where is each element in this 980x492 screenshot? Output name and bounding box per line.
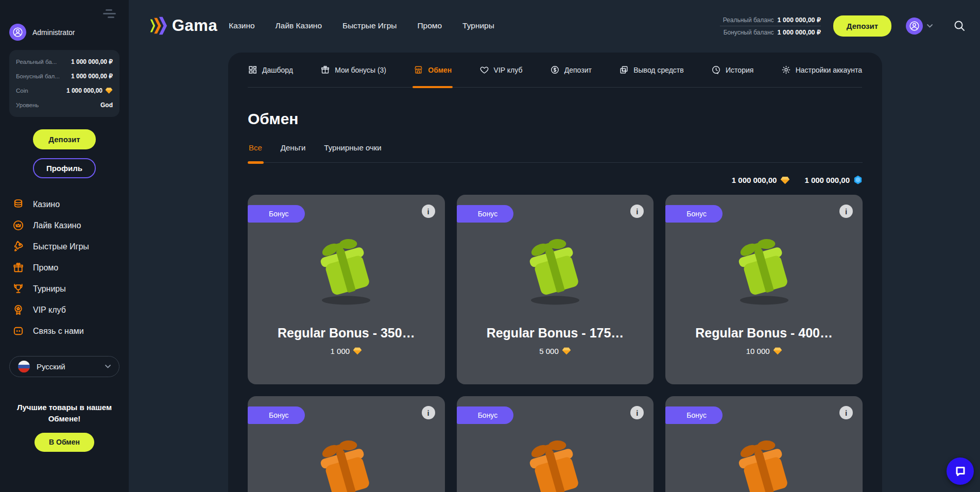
balance-label: Coin — [16, 88, 28, 94]
casino-coins-icon — [12, 198, 24, 210]
sidebar-deposit-button[interactable]: Депозит — [33, 129, 96, 149]
info-icon[interactable]: i — [839, 205, 853, 218]
bonus-card[interactable]: Бонус i Regular Bonus - 175… 5 000 — [457, 195, 654, 384]
sidebar-item-tournaments[interactable]: Турниры — [9, 278, 119, 299]
bonus-badge: Бонус — [457, 406, 514, 424]
balance-value: 1 000 000,00 ₽ — [778, 28, 821, 36]
wallet-points: 1 000 000,00 — [804, 175, 863, 185]
avatar — [906, 18, 923, 35]
tab-label: Дашборд — [262, 66, 293, 74]
balance-value: 1 000 000,00 ₽ — [778, 16, 821, 24]
header-balances: Реальный баланс 1 000 000,00 ₽ Бонусный … — [720, 14, 821, 38]
chat-widget-button[interactable] — [947, 457, 974, 485]
gem-orange-icon — [780, 176, 790, 185]
chat-bubble-icon — [954, 465, 967, 478]
info-icon[interactable]: i — [630, 205, 644, 218]
balance-row-real: Реальный ба... 1 000 000,00 ₽ — [16, 55, 113, 69]
gem-orange-icon — [562, 347, 571, 355]
search-icon[interactable] — [953, 20, 966, 32]
nav-quick-games[interactable]: Быстрые Игры — [342, 21, 397, 30]
bonus-card[interactable]: Бонус i — [665, 396, 863, 492]
nav-tournaments[interactable]: Турниры — [462, 21, 494, 30]
nav-live-casino[interactable]: Лайв Казино — [276, 21, 322, 30]
menu-toggle-icon[interactable] — [103, 7, 116, 20]
bonus-card[interactable]: Бонус i — [248, 396, 445, 492]
sidebar-item-label: VIP клуб — [33, 306, 66, 315]
flag-russia-icon — [18, 361, 30, 372]
bonus-card[interactable]: Бонус i Regular Bonus - 400… 10 000 — [665, 195, 863, 384]
bonus-title: Regular Bonus - 175… — [487, 326, 624, 341]
info-icon[interactable]: i — [630, 406, 644, 419]
info-icon[interactable]: i — [839, 406, 853, 419]
sidebar-item-contact[interactable]: Связь с нами — [9, 320, 119, 342]
filter-tabs: Все Деньги Турнирные очки — [248, 141, 863, 163]
tab-exchange[interactable]: Обмен — [414, 53, 452, 87]
quick-games-rocket-icon — [12, 241, 24, 252]
language-selector[interactable]: Русский — [9, 356, 119, 377]
gift-image — [307, 232, 385, 309]
gem-orange-icon — [353, 347, 362, 355]
bonus-badge: Бонус — [248, 205, 305, 223]
account-tabs: Дашборд Мои бонусы (3) Обмен VIP клуб Де… — [248, 53, 862, 88]
header-deposit-button[interactable]: Депозит — [833, 15, 891, 37]
sidebar-item-label: Турниры — [33, 284, 66, 294]
balance-label: Реальный баланс — [723, 16, 774, 24]
sidebar-item-promo[interactable]: Промо — [9, 257, 119, 278]
live-casino-crown-icon — [12, 219, 24, 231]
bonus-cards-grid: Бонус i Regular Bonus - 350… 1 000 Бонус… — [248, 195, 863, 492]
heart-icon — [479, 65, 489, 75]
bonus-card[interactable]: Бонус i — [457, 396, 654, 492]
info-icon[interactable]: i — [422, 205, 435, 218]
balance-label: Уровень — [16, 102, 39, 108]
settings-gear-icon — [781, 65, 791, 75]
top-header: Gama Казино Лайв Казино Быстрые Игры Про… — [129, 0, 980, 52]
chevron-down-icon — [105, 365, 111, 368]
filter-tab-tournament-points[interactable]: Турнирные очки — [323, 141, 382, 162]
balance-value: 1 000 000,00 ₽ — [71, 73, 113, 80]
tab-deposit[interactable]: Депозит — [550, 53, 592, 87]
avatar — [9, 24, 26, 41]
balance-row-coin: Coin 1 000 000,00 — [16, 83, 113, 98]
header-balance-real: Реальный баланс 1 000 000,00 ₽ — [720, 14, 821, 26]
sidebar-item-vip[interactable]: VIP клуб — [9, 299, 119, 320]
to-exchange-button[interactable]: В Обмен — [35, 433, 94, 452]
gift-image — [517, 433, 594, 492]
balance-label: Бонусный бал... — [16, 73, 60, 79]
header-right: Реальный баланс 1 000 000,00 ₽ Бонусный … — [720, 14, 966, 38]
tab-label: История — [726, 66, 753, 74]
sidebar-item-live-casino[interactable]: Лайв Казино — [9, 215, 119, 236]
filter-tab-money[interactable]: Деньги — [280, 141, 306, 162]
gama-logo[interactable]: Gama — [147, 15, 217, 36]
info-icon[interactable]: i — [422, 406, 435, 419]
sidebar-item-quick-games[interactable]: Быстрые Игры — [9, 236, 119, 257]
sidebar-profile-button[interactable]: Профиль — [33, 158, 96, 178]
sidebar-item-casino[interactable]: Казино — [9, 194, 119, 215]
tab-vip-club[interactable]: VIP клуб — [479, 53, 523, 87]
page-title: Обмен — [248, 110, 863, 128]
gift-image — [726, 232, 803, 309]
tournaments-trophy-icon — [12, 283, 24, 295]
tab-dashboard[interactable]: Дашборд — [248, 53, 293, 87]
tab-label: Настройки аккаунта — [796, 66, 862, 74]
sidebar-user[interactable]: Administrator — [9, 24, 119, 41]
tab-history[interactable]: История — [711, 53, 753, 87]
dashboard-grid-icon — [248, 65, 257, 75]
filter-tab-all[interactable]: Все — [248, 141, 263, 162]
withdraw-banknotes-icon — [619, 65, 629, 75]
bonus-title: Regular Bonus - 400… — [695, 326, 833, 341]
bonus-badge: Бонус — [665, 406, 723, 424]
exchange-content: Обмен Все Деньги Турнирные очки 1 000 00… — [228, 110, 882, 492]
balance-row-level: Уровень God — [16, 98, 113, 112]
tab-my-bonuses[interactable]: Мои бонусы (3) — [320, 53, 386, 87]
nav-promo[interactable]: Промо — [417, 21, 442, 30]
bonus-card[interactable]: Бонус i Regular Bonus - 350… 1 000 — [248, 195, 445, 384]
tab-withdraw[interactable]: Вывод средств — [619, 53, 684, 87]
tab-account-settings[interactable]: Настройки аккаунта — [781, 53, 862, 87]
account-menu[interactable] — [906, 18, 933, 35]
main-panel: Дашборд Мои бонусы (3) Обмен VIP клуб Де… — [228, 53, 882, 492]
balance-value: 1 000 000,00 ₽ — [71, 58, 113, 65]
nav-casino[interactable]: Казино — [229, 21, 254, 30]
sidebar-menu: Казино Лайв Казино Быстрые Игры Промо Ту… — [9, 194, 119, 342]
sidebar-item-label: Быстрые Игры — [33, 242, 89, 251]
balance-value: 1 000 000,00 — [66, 87, 113, 94]
